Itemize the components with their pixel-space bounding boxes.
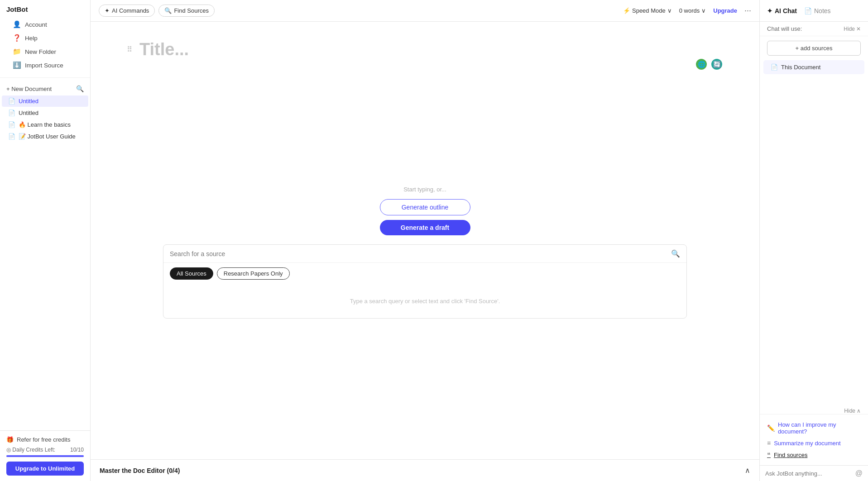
generate-outline-button[interactable]: Generate outline [380, 199, 470, 215]
suggestion-summarize-label: Summarize my document [774, 440, 840, 447]
editor-area: ⠿ Title... 🌐 🔄 Start typing, or... Gener… [91, 22, 759, 459]
ai-commands-button[interactable]: ✦ AI Commands [99, 5, 155, 17]
suggestion-improve[interactable]: ✏️ How can I improve my document? [767, 419, 861, 437]
right-panel-header: ✦ AI Chat 📄 Notes [760, 0, 868, 22]
import-icon: ⬇️ [13, 61, 21, 69]
right-panel: ✦ AI Chat 📄 Notes Chat will use: Hide ✕ … [759, 0, 868, 481]
source-filter-row: All Sources Research Papers Only [163, 263, 686, 284]
start-typing-hint: Start typing, or... [403, 186, 446, 193]
hide-chat-chevron-icon: ∧ [857, 408, 861, 414]
doc-label-1: Untitled [19, 98, 38, 105]
docs-header: + New Document 🔍 [0, 82, 90, 95]
word-count-selector[interactable]: 0 words ∨ [679, 7, 706, 14]
speed-mode-selector[interactable]: ⚡ Speed Mode ∨ [623, 7, 672, 14]
credits-row: ◎ Daily Credits Left: 10/10 [6, 447, 84, 453]
doc-item-untitled-2[interactable]: 📄 Untitled [2, 107, 88, 119]
generate-draft-button[interactable]: Generate a draft [380, 220, 470, 235]
help-icon: ❓ [13, 34, 21, 42]
hide-sources-button[interactable]: Hide ✕ [844, 26, 861, 32]
brand-name: JotBot [6, 5, 84, 13]
hide-chat-button[interactable]: Hide ∧ [844, 408, 861, 414]
document-title[interactable]: ⠿ Title... [127, 40, 723, 59]
chat-messages-area [760, 74, 868, 405]
refer-credits-link[interactable]: 🎁 Refer for free credits [6, 436, 84, 443]
title-placeholder-text: Title... [139, 40, 189, 59]
doc-actions: Start typing, or... Generate outline Gen… [127, 186, 723, 235]
credits-bar-bg [6, 455, 84, 457]
notes-icon: 📄 [804, 7, 812, 14]
doc-icon-2: 📄 [8, 110, 15, 116]
chat-input[interactable] [765, 470, 853, 477]
tab-ai-chat[interactable]: ✦ AI Chat [767, 7, 797, 14]
find-sources-label: Find Sources [174, 7, 209, 14]
sidebar-import-label: Import Source [25, 62, 63, 69]
credits-bar-fill [6, 455, 84, 457]
tab-notes[interactable]: 📄 Notes [804, 7, 831, 14]
search-icon: 🔍 [164, 7, 172, 14]
gift-icon: 🎁 [6, 436, 14, 443]
source-empty-hint: Type a search query or select text and c… [163, 284, 686, 314]
refer-credits-label: Refer for free credits [17, 436, 71, 443]
doc-icon-3: 📄 [8, 121, 15, 128]
sparkle-icon: ✦ [105, 7, 110, 14]
source-search-input[interactable] [170, 250, 667, 257]
at-icon[interactable]: @ [855, 469, 863, 477]
filter-all-sources-button[interactable]: All Sources [170, 267, 213, 280]
chat-will-use-label: Chat will use: [767, 25, 802, 32]
chat-will-use-row: Chat will use: Hide ✕ [760, 22, 868, 36]
lightning-icon: ⚡ [623, 7, 630, 14]
doc-item-untitled-1[interactable]: 📄 Untitled [2, 95, 88, 107]
account-icon: 👤 [13, 20, 21, 29]
add-sources-button[interactable]: + add sources [767, 41, 861, 56]
sidebar-account-label: Account [25, 21, 47, 28]
docs-search-icon[interactable]: 🔍 [76, 85, 84, 92]
credits-left-label: ◎ Daily Credits Left: [6, 447, 55, 453]
sidebar-item-import-source[interactable]: ⬇️ Import Source [6, 58, 84, 72]
master-bar[interactable]: Master the Doc Editor (0/4) ∧ [91, 459, 759, 481]
hide-chat-label: Hide [844, 408, 855, 414]
suggestion-summarize[interactable]: ≡ Summarize my document [767, 437, 861, 449]
doc-item-user-guide[interactable]: 📄 📝 JotBot User Guide [2, 131, 88, 142]
doc-item-learn-basics[interactable]: 📄 🔥 Learn the basics [2, 119, 88, 130]
this-document-label: This Document [781, 64, 820, 71]
filter-papers-button[interactable]: Research Papers Only [217, 267, 290, 280]
more-options-icon[interactable]: ··· [744, 6, 751, 15]
circle-icon: ◎ [6, 447, 11, 453]
sidebar-bottom: 🎁 Refer for free credits ◎ Daily Credits… [0, 430, 90, 481]
find-sources-button[interactable]: 🔍 Find Sources [158, 5, 215, 17]
words-label: 0 words [679, 7, 700, 14]
doc-label-2: Untitled [19, 110, 38, 116]
hide-label: Hide [844, 26, 855, 32]
avatar-green: 🌐 [695, 58, 708, 71]
avatar-teal: 🔄 [710, 58, 723, 71]
main-area: ✦ AI Commands 🔍 Find Sources ⚡ Speed Mod… [91, 0, 759, 481]
upgrade-link[interactable]: Upgrade [713, 7, 737, 14]
this-document-source[interactable]: 📄 This Document [763, 60, 864, 74]
list-icon: ≡ [767, 439, 771, 447]
suggestion-find-sources[interactable]: ❝ Find sources [767, 449, 861, 461]
sidebar-item-account[interactable]: 👤 Account [6, 18, 84, 31]
upgrade-unlimited-button[interactable]: Upgrade to Unlimited [6, 462, 84, 476]
master-bar-label: Master the Doc Editor (0/4) [100, 467, 745, 474]
toolbar: ✦ AI Commands 🔍 Find Sources ⚡ Speed Mod… [91, 0, 759, 22]
source-search-row: 🔍 [163, 245, 686, 263]
sidebar-item-new-folder[interactable]: 📁 New Folder [6, 45, 84, 58]
suggestion-find-sources-label: Find sources [774, 452, 807, 458]
notes-tab-label: Notes [814, 7, 831, 14]
sidebar-help-label: Help [25, 35, 38, 42]
source-search-panel: 🔍 All Sources Research Papers Only Type … [163, 244, 687, 319]
master-bar-chevron-icon[interactable]: ∧ [745, 466, 750, 475]
hide-cross-icon: ✕ [856, 26, 861, 32]
ai-commands-label: AI Commands [112, 7, 149, 14]
new-document-button[interactable]: + New Document [6, 86, 52, 92]
pencil-icon: ✏️ [767, 424, 775, 432]
speed-mode-label: Speed Mode [632, 7, 666, 14]
doc-icon-4: 📄 [8, 133, 15, 140]
sidebar-folder-label: New Folder [25, 48, 56, 55]
ai-chat-tab-label: AI Chat [775, 7, 797, 14]
sidebar-item-help[interactable]: ❓ Help [6, 31, 84, 45]
avatar-icons: 🌐 🔄 [695, 58, 723, 71]
hide-chat-row: Hide ∧ [760, 405, 868, 414]
document-source-icon: 📄 [771, 64, 778, 71]
document-body[interactable] [127, 68, 723, 159]
